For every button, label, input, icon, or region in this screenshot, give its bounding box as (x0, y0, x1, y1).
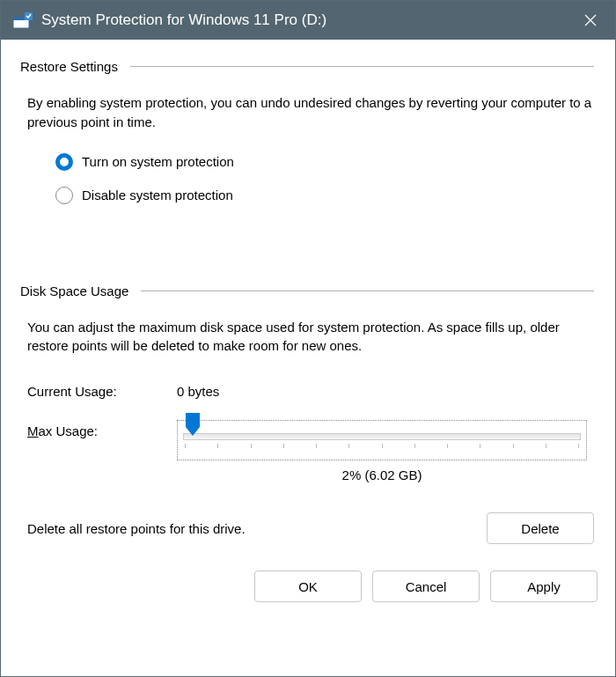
dialog-footer: OK Cancel Apply (1, 558, 615, 614)
disk-section-header: Disk Space Usage (20, 283, 594, 298)
ok-button[interactable]: OK (254, 570, 362, 602)
restore-section-header: Restore Settings (20, 59, 594, 74)
apply-button[interactable]: Apply (490, 570, 598, 602)
restore-section-title: Restore Settings (20, 59, 118, 74)
current-usage-row: Current Usage: 0 bytes (20, 384, 594, 399)
current-usage-label: Current Usage: (27, 384, 177, 399)
delete-description: Delete all restore points for this drive… (27, 521, 246, 536)
slider-track (183, 433, 581, 440)
slider-thumb[interactable] (185, 412, 201, 437)
slider-ticks (183, 444, 581, 448)
restore-description: By enabling system protection, you can u… (20, 93, 594, 132)
close-button[interactable] (566, 1, 615, 40)
radio-disable[interactable]: Disable system protection (55, 187, 594, 204)
radio-icon (55, 153, 73, 171)
close-icon (584, 14, 597, 26)
disk-section-title: Disk Space Usage (20, 283, 128, 298)
radio-icon (55, 187, 73, 204)
radio-turn-on[interactable]: Turn on system protection (55, 153, 594, 171)
radio-label: Turn on system protection (82, 154, 234, 169)
window-title: System Protection for Windows 11 Pro (D:… (41, 11, 566, 29)
disk-description: You can adjust the maximum disk space us… (20, 318, 594, 357)
slider-value-label: 2% (6.02 GB) (177, 467, 587, 482)
delete-button[interactable]: Delete (487, 512, 594, 544)
divider (141, 291, 594, 291)
divider (130, 66, 594, 67)
cancel-button[interactable]: Cancel (372, 570, 480, 602)
protection-radio-group: Turn on system protection Disable system… (20, 153, 594, 204)
app-icon (13, 12, 33, 28)
max-usage-label: Max Usage: (27, 420, 177, 438)
max-usage-slider[interactable] (177, 420, 587, 460)
radio-label: Disable system protection (82, 188, 233, 202)
titlebar: System Protection for Windows 11 Pro (D:… (1, 1, 615, 40)
current-usage-value: 0 bytes (177, 384, 219, 399)
